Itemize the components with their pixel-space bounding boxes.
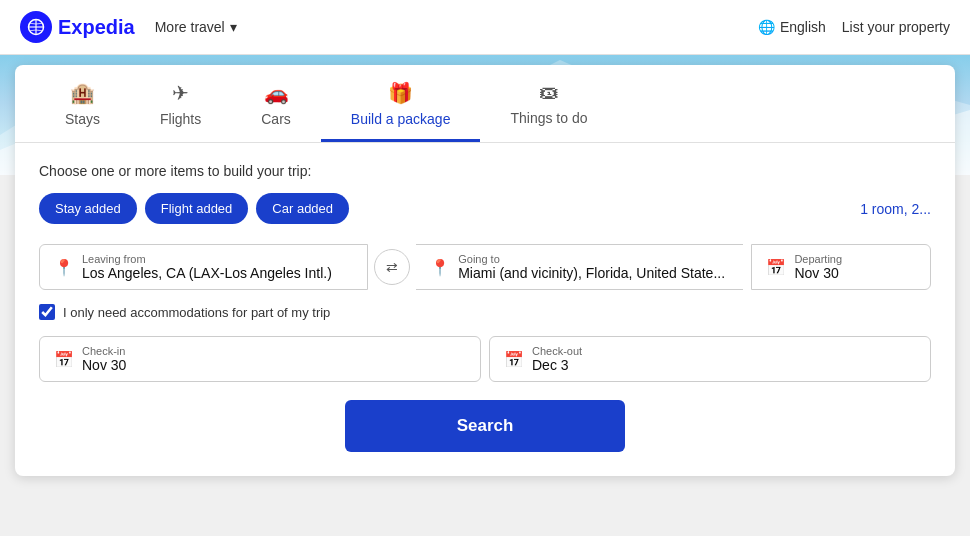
checkin-inner: Check-in Nov 30 bbox=[82, 345, 466, 373]
more-travel-menu[interactable]: More travel ▾ bbox=[155, 19, 237, 35]
departing-inner: Departing Nov 30 bbox=[794, 253, 916, 281]
going-to-label: Going to bbox=[458, 253, 729, 265]
swap-button[interactable]: ⇄ bbox=[374, 249, 410, 285]
subtitle-text: Choose one or more items to build your t… bbox=[39, 163, 931, 179]
checkout-value: Dec 3 bbox=[532, 357, 916, 373]
leaving-from-value: Los Angeles, CA (LAX-Los Angeles Intl.) bbox=[82, 265, 353, 281]
checkin-calendar-icon: 📅 bbox=[54, 350, 74, 369]
checkout-calendar-icon: 📅 bbox=[504, 350, 524, 369]
more-travel-chevron-icon: ▾ bbox=[230, 19, 237, 35]
partial-accommodation-label: I only need accommodations for part of m… bbox=[63, 305, 330, 320]
going-to-input[interactable]: 📍 Going to Miami (and vicinity), Florida… bbox=[416, 244, 743, 290]
header: Expedia More travel ▾ 🌐 English List you… bbox=[0, 0, 970, 55]
tab-build-package-label: Build a package bbox=[351, 111, 451, 127]
language-label: English bbox=[780, 19, 826, 35]
calendar-departing-icon: 📅 bbox=[766, 258, 786, 277]
tab-cars[interactable]: 🚗 Cars bbox=[231, 65, 321, 142]
partial-accommodation-row: I only need accommodations for part of m… bbox=[39, 304, 931, 320]
departing-input[interactable]: 📅 Departing Nov 30 bbox=[751, 244, 931, 290]
header-right: 🌐 English List your property bbox=[758, 19, 950, 35]
checkin-label: Check-in bbox=[82, 345, 466, 357]
leaving-from-inner: Leaving from Los Angeles, CA (LAX-Los An… bbox=[82, 253, 353, 281]
stays-icon: 🏨 bbox=[70, 81, 95, 105]
car-added-pill[interactable]: Car added bbox=[256, 193, 349, 224]
flight-added-pill[interactable]: Flight added bbox=[145, 193, 249, 224]
departing-value: Nov 30 bbox=[794, 265, 916, 281]
origin-destination-row: 📍 Leaving from Los Angeles, CA (LAX-Los … bbox=[39, 244, 931, 290]
search-button[interactable]: Search bbox=[345, 400, 625, 452]
checkin-input[interactable]: 📅 Check-in Nov 30 bbox=[39, 336, 481, 382]
tab-things-to-do[interactable]: 🎟 Things to do bbox=[480, 65, 617, 142]
tab-stays-label: Stays bbox=[65, 111, 100, 127]
leaving-from-input[interactable]: 📍 Leaving from Los Angeles, CA (LAX-Los … bbox=[39, 244, 368, 290]
list-property-link[interactable]: List your property bbox=[842, 19, 950, 35]
tab-build-package[interactable]: 🎁 Build a package bbox=[321, 65, 481, 142]
flights-icon: ✈ bbox=[172, 81, 189, 105]
pills-row: Stay added Flight added Car added 1 room… bbox=[39, 193, 931, 224]
tab-flights-label: Flights bbox=[160, 111, 201, 127]
expedia-logo-icon bbox=[20, 11, 52, 43]
destination-icon: 📍 bbox=[430, 258, 450, 277]
main-card: 🏨 Stays ✈ Flights 🚗 Cars 🎁 Build a packa… bbox=[15, 65, 955, 476]
tab-flights[interactable]: ✈ Flights bbox=[130, 65, 231, 142]
dates-row: 📅 Check-in Nov 30 📅 Check-out Dec 3 bbox=[39, 336, 931, 382]
location-icon: 📍 bbox=[54, 258, 74, 277]
checkout-label: Check-out bbox=[532, 345, 916, 357]
checkout-inner: Check-out Dec 3 bbox=[532, 345, 916, 373]
expedia-wordmark: Expedia bbox=[58, 16, 135, 39]
things-to-do-icon: 🎟 bbox=[539, 81, 559, 104]
going-to-value: Miami (and vicinity), Florida, United St… bbox=[458, 265, 729, 281]
more-travel-label: More travel bbox=[155, 19, 225, 35]
checkout-input[interactable]: 📅 Check-out Dec 3 bbox=[489, 336, 931, 382]
leaving-from-label: Leaving from bbox=[82, 253, 353, 265]
build-package-icon: 🎁 bbox=[388, 81, 413, 105]
tab-stays[interactable]: 🏨 Stays bbox=[35, 65, 130, 142]
going-to-inner: Going to Miami (and vicinity), Florida, … bbox=[458, 253, 729, 281]
partial-accommodation-checkbox[interactable] bbox=[39, 304, 55, 320]
stay-added-pill[interactable]: Stay added bbox=[39, 193, 137, 224]
departing-label: Departing bbox=[794, 253, 916, 265]
tab-cars-label: Cars bbox=[261, 111, 291, 127]
tab-things-to-do-label: Things to do bbox=[510, 110, 587, 126]
navigation-tabs: 🏨 Stays ✈ Flights 🚗 Cars 🎁 Build a packa… bbox=[15, 65, 955, 143]
cars-icon: 🚗 bbox=[264, 81, 289, 105]
logo[interactable]: Expedia bbox=[20, 11, 135, 43]
language-selector[interactable]: 🌐 English bbox=[758, 19, 826, 35]
main-content: Choose one or more items to build your t… bbox=[15, 143, 955, 476]
globe-icon: 🌐 bbox=[758, 19, 775, 35]
checkin-value: Nov 30 bbox=[82, 357, 466, 373]
rooms-info[interactable]: 1 room, 2... bbox=[860, 201, 931, 217]
